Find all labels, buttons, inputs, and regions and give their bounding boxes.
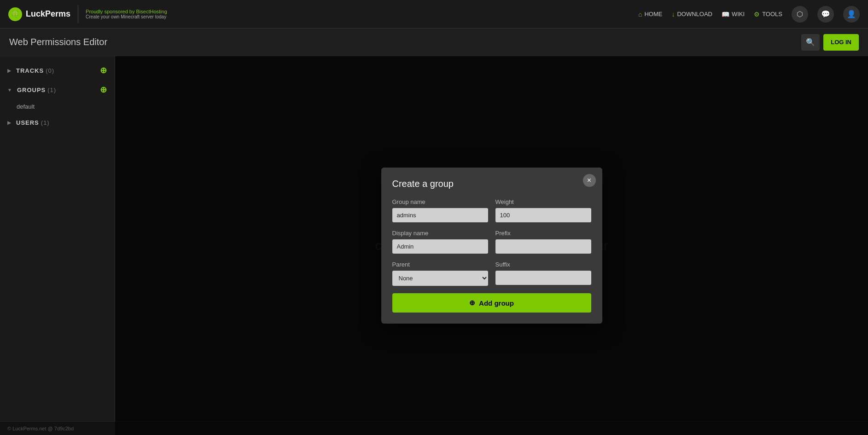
- groups-header[interactable]: ▼ GROUPS (1) ⊕: [0, 80, 115, 99]
- nav-tools[interactable]: ⚙ TOOLS: [754, 11, 782, 18]
- users-header[interactable]: ▶ USERS (1): [0, 114, 115, 132]
- display-name-input[interactable]: [392, 239, 488, 254]
- github-button[interactable]: ⬡: [792, 6, 808, 23]
- nav-divider: [78, 5, 78, 23]
- tracks-label: TRACKS: [16, 67, 44, 74]
- header-bar: Web Permissions Editor 🔍 LOG IN: [0, 29, 868, 56]
- parent-select[interactable]: None: [392, 271, 488, 286]
- weight-input[interactable]: [495, 208, 591, 222]
- prefix-group: Prefix: [495, 230, 591, 254]
- wiki-icon: 📖: [722, 11, 729, 18]
- tracks-add-button[interactable]: ⊕: [100, 66, 107, 75]
- logo-text: LuckPerms: [26, 9, 70, 19]
- main-content: choose a group or user from the side bar…: [115, 56, 868, 435]
- tracks-chevron: ▶: [7, 68, 12, 73]
- groups-add-button[interactable]: ⊕: [100, 86, 107, 94]
- nav-wiki[interactable]: 📖 WIKI: [722, 11, 745, 18]
- tracks-count: (0): [46, 67, 54, 74]
- group-name-group: Group name: [392, 198, 488, 222]
- suffix-input[interactable]: [495, 271, 591, 285]
- top-nav: 🍀 LuckPerms Proudly sponsored by BisectH…: [0, 0, 868, 29]
- nav-download[interactable]: ↓ DOWNLOAD: [671, 11, 712, 18]
- user-icon: 👤: [847, 10, 856, 18]
- form-row-2: Display name Prefix: [392, 230, 591, 254]
- suffix-label: Suffix: [495, 261, 591, 268]
- form-row-1: Group name Weight: [392, 198, 591, 222]
- weight-label: Weight: [495, 198, 591, 205]
- github-icon: ⬡: [797, 10, 803, 18]
- search-button[interactable]: 🔍: [801, 34, 820, 51]
- users-section: ▶ USERS (1): [0, 114, 115, 132]
- discord-icon: 💬: [821, 10, 830, 18]
- tools-label: TOOLS: [762, 11, 782, 17]
- groups-count: (1): [47, 87, 56, 93]
- add-group-icon: ⊕: [469, 299, 475, 307]
- prefix-input[interactable]: [495, 239, 591, 254]
- users-count: (1): [41, 119, 50, 126]
- login-button[interactable]: LOG IN: [823, 34, 859, 51]
- weight-group: Weight: [495, 198, 591, 222]
- parent-group: Parent None: [392, 261, 488, 286]
- logo-icon: 🍀: [8, 7, 22, 21]
- nav-right: ⌂ HOME ↓ DOWNLOAD 📖 WIKI ⚙ TOOLS ⬡ 💬 👤: [638, 6, 860, 23]
- create-group-modal: Create a group × Group name Weight: [381, 168, 602, 324]
- group-name-input[interactable]: [392, 208, 488, 222]
- add-group-button[interactable]: ⊕ Add group: [392, 293, 591, 313]
- group-name-label: Group name: [392, 198, 488, 205]
- groups-label: GROUPS: [17, 87, 46, 93]
- users-label: USERS: [16, 119, 39, 126]
- tracks-header[interactable]: ▶ TRACKS (0) ⊕: [0, 61, 115, 80]
- discord-button[interactable]: 💬: [817, 6, 834, 23]
- parent-label: Parent: [392, 261, 488, 268]
- sidebar-item-default[interactable]: default: [0, 99, 115, 114]
- logo[interactable]: 🍀 LuckPerms: [8, 7, 70, 21]
- close-icon: ×: [587, 177, 591, 184]
- form-row-3: Parent None Suffix: [392, 261, 591, 286]
- groups-chevron: ▼: [7, 87, 12, 93]
- download-icon: ↓: [671, 11, 675, 18]
- suffix-group: Suffix: [495, 261, 591, 286]
- users-chevron: ▶: [7, 120, 12, 125]
- modal-title: Create a group: [392, 179, 591, 189]
- sponsor-line2: Create your own Minecraft server today: [86, 14, 167, 19]
- sidebar: ▶ TRACKS (0) ⊕ ▼ GROUPS (1) ⊕ default ▶ …: [0, 56, 115, 435]
- page-title: Web Permissions Editor: [9, 37, 801, 47]
- login-label: LOG IN: [831, 39, 851, 46]
- home-icon: ⌂: [638, 11, 642, 18]
- prefix-label: Prefix: [495, 230, 591, 237]
- nav-home[interactable]: ⌂ HOME: [638, 11, 662, 18]
- home-label: HOME: [644, 11, 662, 17]
- user-button[interactable]: 👤: [843, 6, 860, 23]
- header-actions: 🔍 LOG IN: [801, 34, 859, 51]
- display-name-group: Display name: [392, 230, 488, 254]
- main-layout: ▶ TRACKS (0) ⊕ ▼ GROUPS (1) ⊕ default ▶ …: [0, 56, 868, 435]
- wiki-label: WIKI: [732, 11, 745, 17]
- footer-text: © LuckPerms.net @ 7d9c2bd: [7, 426, 74, 431]
- display-name-label: Display name: [392, 230, 488, 237]
- modal-overlay: Create a group × Group name Weight: [115, 56, 868, 435]
- sponsor-line1: Proudly sponsored by BisectHosting: [86, 9, 167, 14]
- tracks-section: ▶ TRACKS (0) ⊕: [0, 61, 115, 80]
- download-label: DOWNLOAD: [677, 11, 712, 17]
- nav-sponsor: Proudly sponsored by BisectHosting Creat…: [86, 9, 167, 19]
- groups-section: ▼ GROUPS (1) ⊕ default: [0, 80, 115, 114]
- tools-icon: ⚙: [754, 11, 760, 18]
- add-group-label: Add group: [479, 299, 514, 307]
- modal-close-button[interactable]: ×: [583, 174, 596, 187]
